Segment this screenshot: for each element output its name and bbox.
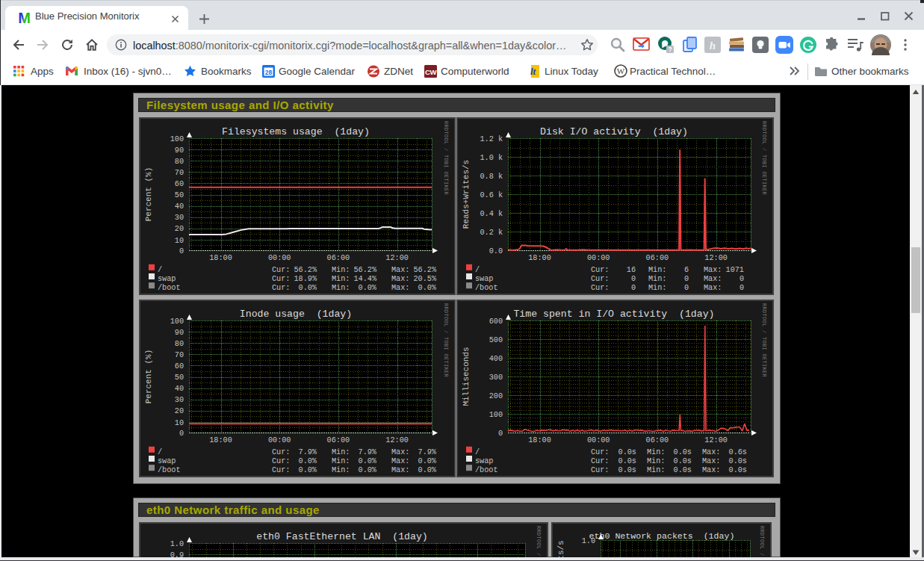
svg-text:0: 0 [739, 284, 744, 292]
svg-text:/boot: /boot [475, 284, 498, 292]
svg-text:30: 30 [175, 214, 184, 222]
svg-text:RRDTOOL / TOBI OETIKER: RRDTOOL / TOBI OETIKER [761, 121, 767, 196]
svg-text:0.0s: 0.0s [674, 466, 692, 474]
svg-text:7.9%: 7.9% [299, 448, 317, 456]
svg-text:90: 90 [175, 329, 184, 337]
svg-text:Max:: Max: [391, 466, 409, 474]
svg-text:Min:: Min: [332, 284, 350, 292]
svg-text:100: 100 [170, 135, 184, 143]
svg-text:/: / [158, 266, 162, 274]
svg-text:10: 10 [175, 419, 184, 427]
svg-text:/: / [158, 448, 162, 456]
svg-text:swap: swap [475, 457, 493, 465]
svg-text:Max:: Max: [702, 457, 720, 465]
svg-text:Min:: Min: [648, 266, 666, 274]
svg-text:0.0%: 0.0% [359, 466, 377, 474]
svg-text:Cur:: Cur: [272, 266, 290, 274]
svg-text:/: / [475, 448, 480, 456]
svg-text:20: 20 [175, 407, 184, 415]
svg-text:eth0 Network packets (1day): eth0 Network packets (1day) [589, 531, 735, 541]
svg-text:1.0 k: 1.0 k [480, 154, 503, 162]
svg-text:0.4 k: 0.4 k [480, 210, 503, 218]
svg-text:90: 90 [175, 146, 184, 155]
svg-text:50: 50 [175, 374, 184, 382]
svg-text:0.8 k: 0.8 k [480, 173, 503, 181]
svg-text:CW: CW [425, 68, 436, 76]
svg-text:eth0 FastEthernet LAN (1day): eth0 FastEthernet LAN (1day) [256, 531, 428, 542]
svg-text:0.0%: 0.0% [418, 466, 437, 474]
svg-text:Max:: Max: [391, 457, 409, 465]
svg-text:06:00: 06:00 [646, 254, 669, 262]
svg-text:60: 60 [175, 362, 184, 371]
svg-text:0: 0 [498, 430, 503, 438]
svg-text:28: 28 [265, 69, 273, 76]
svg-text:00:00: 00:00 [587, 436, 610, 444]
svg-text:0.2 k: 0.2 k [480, 229, 503, 237]
svg-text:56.2%: 56.2% [413, 266, 436, 274]
svg-text:600: 600 [489, 317, 503, 326]
svg-text:14.4%: 14.4% [353, 275, 376, 283]
svg-text:Min:: Min: [332, 266, 350, 274]
svg-text:?: ? [668, 46, 672, 53]
svg-text:0.0s: 0.0s [618, 457, 636, 465]
svg-text:lt: lt [530, 66, 536, 77]
svg-text:h: h [710, 40, 716, 52]
svg-text:0.0%: 0.0% [299, 284, 317, 292]
svg-text:18:00: 18:00 [209, 436, 232, 444]
svg-text:16: 16 [627, 266, 636, 274]
svg-text:400: 400 [489, 355, 503, 363]
svg-text:0: 0 [739, 275, 744, 283]
svg-text:12:00: 12:00 [385, 254, 409, 262]
svg-text:0.0: 0.0 [489, 247, 503, 255]
svg-text:0.0s: 0.0s [674, 448, 692, 456]
svg-text:10: 10 [175, 237, 184, 245]
svg-text:Min:: Min: [332, 275, 350, 283]
svg-text:Max:: Max: [391, 448, 409, 456]
svg-text:80: 80 [175, 340, 184, 348]
svg-text:Cur:: Cur: [272, 466, 290, 474]
svg-text:Filesystems usage (1day): Filesystems usage (1day) [222, 126, 370, 137]
svg-text:Cur:: Cur: [591, 466, 609, 474]
svg-text:Min:: Min: [647, 466, 665, 474]
svg-text:Cur:: Cur: [591, 284, 609, 292]
svg-text:RRDTOOL / TOBI OETIKER: RRDTOOL / TOBI OETIKER [443, 121, 449, 196]
svg-text:00:00: 00:00 [268, 436, 291, 444]
svg-text:0.0%: 0.0% [299, 466, 317, 474]
svg-text:Min:: Min: [647, 448, 665, 456]
svg-text:Min:: Min: [647, 457, 665, 465]
svg-text:18.9%: 18.9% [294, 275, 317, 283]
svg-text:Disk I/O activity (1day): Disk I/O activity (1day) [540, 126, 688, 137]
svg-text:0.0%: 0.0% [418, 457, 437, 465]
svg-text:70: 70 [175, 351, 184, 359]
svg-text:18:00: 18:00 [209, 254, 232, 262]
svg-text:/: / [475, 266, 480, 274]
svg-text:/boot: /boot [475, 466, 498, 474]
svg-text:Percent (%): Percent (%) [144, 167, 153, 222]
svg-text:RRDTOOL / TOBI OETIKER: RRDTOOL / TOBI OETIKER [443, 303, 449, 378]
svg-text:Min:: Min: [332, 466, 350, 474]
svg-text:40: 40 [175, 385, 184, 393]
svg-text:Max:: Max: [704, 284, 722, 292]
svg-text:06:00: 06:00 [327, 436, 350, 444]
svg-text:Cur:: Cur: [591, 457, 609, 465]
svg-text:Packets/s: Packets/s [556, 540, 565, 557]
svg-text:Cur:: Cur: [272, 457, 290, 465]
svg-text:0.6s: 0.6s [729, 448, 747, 456]
svg-text:0.0%: 0.0% [418, 284, 437, 292]
svg-text:0.0%: 0.0% [299, 457, 317, 465]
svg-text:Time spent in I/O activity (1: Time spent in I/O activity (1day) [513, 309, 714, 320]
svg-text:swap: swap [475, 275, 493, 283]
svg-text:300: 300 [489, 374, 503, 382]
svg-text:1.0: 1.0 [170, 540, 184, 548]
svg-text:Min:: Min: [648, 275, 666, 283]
svg-text:Cur:: Cur: [591, 275, 609, 283]
svg-text:56.2%: 56.2% [294, 266, 317, 274]
svg-text:1071: 1071 [726, 266, 744, 274]
svg-text:Min:: Min: [648, 284, 666, 292]
svg-text:0.0%: 0.0% [359, 457, 377, 465]
svg-text:Max:: Max: [702, 466, 720, 474]
svg-text:Max:: Max: [704, 266, 722, 274]
svg-text:100: 100 [170, 317, 184, 326]
svg-text:0: 0 [631, 275, 636, 283]
svg-text:12:00: 12:00 [704, 436, 728, 444]
